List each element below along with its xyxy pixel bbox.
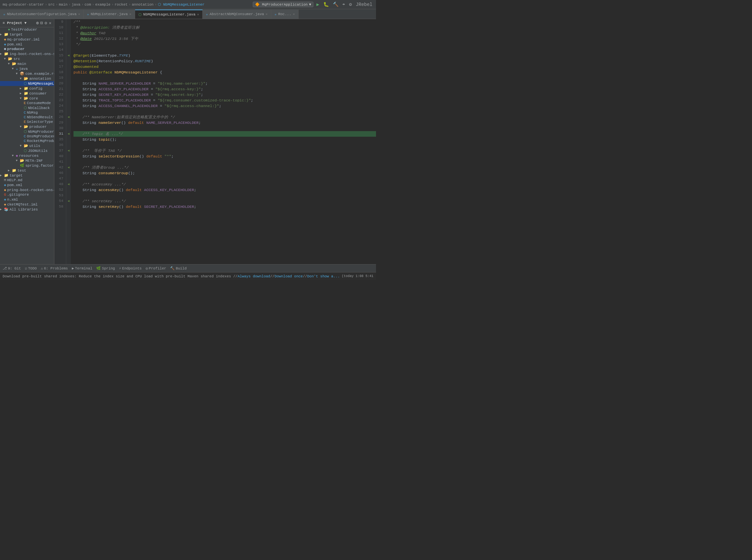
status-profiler[interactable]: ◎ Profiler [146,266,166,271]
tab-java-icon: ☕ [87,12,89,16]
sidebar-item-com-example-rocket[interactable]: ▼ 📦 com.example.rocket [0,71,54,76]
status-spring[interactable]: 🌿 Spring [96,266,115,271]
sidebar-item-spring-factories[interactable]: 🌿 spring.factories [0,163,54,168]
sidebar-item-onsmqproducer[interactable]: C OnsMqProducer [0,134,54,139]
folder-icon: 📂 [20,158,24,163]
sidebar-item-test[interactable]: ▶ 📁 test [0,168,54,173]
build-button[interactable]: 🔨 [332,2,339,7]
gutter-item[interactable]: ◀ [66,198,71,204]
notification-always-download[interactable]: Always download [238,274,270,278]
sidebar-item-gitignore[interactable]: G .gitignore [0,193,54,197]
notification-text: Download pre-built shared indexes: Reduc… [3,274,238,278]
sidebar-icon-collapse[interactable]: ⊟ [41,20,43,26]
gutter-item[interactable]: ◀ [66,53,71,58]
run-button[interactable]: ▶ [315,2,320,7]
status-terminal[interactable]: ▶ Terminal [72,266,92,271]
sidebar-item-utils[interactable]: ▼ 📂 utils [0,143,54,148]
tab-close-button[interactable]: ✕ [130,12,132,16]
folder-icon: 📂 [24,76,28,81]
sidebar-item-resources[interactable]: ▼ ◈ resources [0,153,54,158]
sidebar-item-mqproducer-iml[interactable]: ◆ mq-producer.iml [0,37,54,42]
debug-button[interactable]: 🐛 [322,2,330,7]
sidebar-item-testproducer[interactable]: ● TestProducer [0,27,54,32]
gutter-item[interactable]: ◀ [66,148,71,154]
sidebar-item-selectortype[interactable]: E SelectorType [0,120,54,124]
line-num: 11 [56,30,63,36]
more-run-button[interactable]: ⚙ [348,2,353,7]
breadcrumb-annotation[interactable]: annotation [132,3,154,6]
sidebar-item-nbsendresult[interactable]: C NbSendResult [0,115,54,120]
code-line [74,159,376,165]
sidebar-icon-locate[interactable]: ⊕ [36,20,39,26]
sidebar-item-annotation[interactable]: ▼ 📂 annotation [0,76,54,81]
breadcrumb-example[interactable]: example [95,3,111,6]
collapse-arrow: ▼ [16,159,19,162]
sidebar-item-nbmsg[interactable]: C NbMsg [0,111,54,115]
code-lines[interactable]: /** * @description: 消费者监听注解 * @author TA… [71,19,376,264]
gutter-item[interactable]: ◀ [66,131,71,137]
status-problems[interactable]: ⚠ 6: Problems [41,266,68,271]
run-config-selector[interactable]: 🔶 MqProducerApplication ▼ [253,2,313,7]
code-editor[interactable]: 9 10 11 12 13 14 15 16 17 18 19 20 21 22… [54,19,376,264]
breadcrumb-main[interactable]: main [59,3,67,6]
status-todo[interactable]: ☑ TODO [25,266,37,271]
class-icon: C [24,115,26,119]
tab-roc[interactable]: ☕ Roc... ✕ [271,9,299,19]
sidebar-item-rocketmqproducer[interactable]: C RocketMqProducer [0,139,54,143]
tab-nbmqlistener[interactable]: ☕ NbMqListener.java ✕ [84,9,135,19]
git-label: 9: Git [8,266,21,271]
sidebar-item-target2[interactable]: ▶ 📁 target [0,173,54,178]
sidebar-icon-close[interactable]: ✕ [49,20,52,26]
item-label: NbMqProducer [28,130,54,134]
sidebar-item-all-libraries[interactable]: ▶ 📚 All Libraries [0,207,54,212]
tab-nbmqmessagelistener[interactable]: ⬡ NbMQMessageListener.java ✕ [135,9,203,19]
sidebar-item-metainf[interactable]: ▼ 📂 META-INF [0,158,54,163]
sidebar-item-nxml[interactable]: ◈ n.xml [0,197,54,202]
breadcrumb-java[interactable]: java [72,3,80,6]
tab-close-button[interactable]: ✕ [197,13,199,17]
breadcrumb-rocket[interactable]: rocket [115,3,128,6]
sidebar-item-nbmqproducer[interactable]: ⬡ NbMqProducer [0,129,54,134]
gutter-item[interactable]: ◀ [66,114,71,120]
tab-close-button[interactable]: ✕ [78,12,80,16]
sidebar-item-target[interactable]: ▶ 📁 target [0,32,54,37]
sidebar-item-producer-bold[interactable]: ■ producer [0,47,54,52]
status-git[interactable]: ⎇ 9: Git [3,266,21,271]
sidebar-item-starter-iml[interactable]: ◆ pring-boot-rocket-ons-starter.iml [0,187,54,193]
sidebar-item-nbcallback[interactable]: ⬡ NbCallback [0,105,54,111]
sidebar-item-consumemode[interactable]: E ConsumeMode [0,101,54,105]
gutter-item[interactable]: ◀ [66,165,71,170]
breadcrumb-com[interactable]: com [84,3,91,6]
sidebar-item-starter[interactable]: ▶ 📁 ing-boot-rocket-ons-starter [0,52,54,56]
collapse-arrow: ▼ [12,67,15,71]
sidebar-item-nbmqmessagelistener[interactable]: ⬡ NbMQMessageListener [0,81,54,86]
sidebar-item-consumer[interactable]: ▶ 📁 consumer [0,91,54,96]
sidebar-item-producer-pkg[interactable]: ▼ 📂 producer [0,124,54,129]
sidebar-item-helpmd[interactable]: M HELP.md [0,178,54,182]
sidebar-item-src[interactable]: ▼ 📂 src [0,56,54,61]
breadcrumb-src[interactable]: src [48,3,55,6]
tab-close-button[interactable]: ✕ [293,12,295,16]
breadcrumb-starter[interactable]: mq-producer-starter [3,3,44,6]
sidebar-item-jsonutils[interactable]: ⬡ JSONUtils [0,148,54,153]
sidebar-item-core[interactable]: ▼ 📂 core [0,96,54,101]
code-line: /** Topic 名 ...*/ [74,131,376,137]
tab-close-button[interactable]: ✕ [265,12,268,16]
sidebar-item-config[interactable]: ▶ 📁 config [0,86,54,91]
tab-abstractnbmq[interactable]: ☕ AbstractNbMQConsumer.java ✕ [203,9,271,19]
sidebar-icon-gear[interactable]: ⚙ [44,20,47,26]
sidebar-item-rocketmqtest-iml[interactable]: ◆ cketMQTest.iml [0,202,54,207]
sidebar-item-pomxml[interactable]: ◈ pom.xml [0,42,54,47]
status-endpoints[interactable]: ⚡ Endpoints [119,266,142,271]
notification-dont-show[interactable]: Don't show a... [307,274,340,278]
gutter-item[interactable]: ◀ [66,181,71,187]
tab-nbautoconsumer[interactable]: ☕ NbAutoConsumerConfiguration.java ✕ [0,9,84,19]
notification-download-once[interactable]: Download once [275,274,303,278]
item-label: producer [7,47,25,51]
status-build[interactable]: 🔨 Build [170,266,186,271]
sidebar-item-pom2[interactable]: ◈ pom.xml [0,182,54,187]
sidebar-item-main[interactable]: ▼ 📂 main [0,61,54,66]
coverage-button[interactable]: ☂ [341,2,346,7]
sidebar-item-java[interactable]: ▼ ☕ java [0,66,54,71]
todo-label: TODO [28,266,37,271]
